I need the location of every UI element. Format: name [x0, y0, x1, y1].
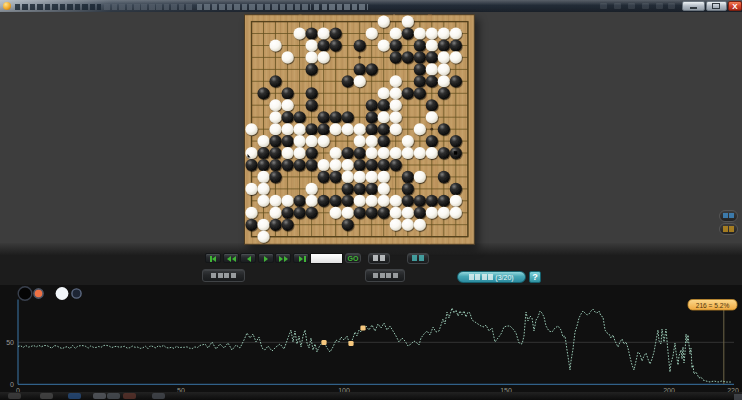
svg-text:0: 0 [10, 381, 14, 388]
svg-text:50: 50 [6, 339, 14, 346]
svg-text:216 = 5.2%: 216 = 5.2% [696, 302, 730, 309]
